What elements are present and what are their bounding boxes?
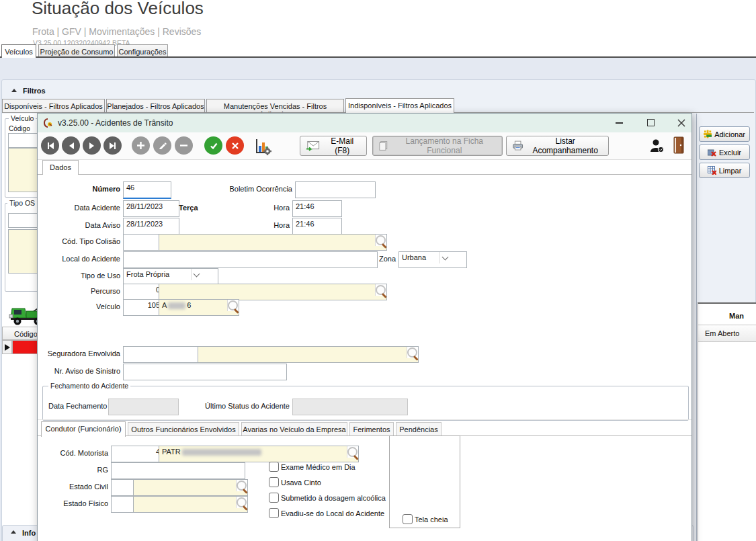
redacted-plate	[168, 302, 185, 309]
tipo-uso-chevron-icon[interactable]	[191, 269, 202, 280]
subtab-ferimentos[interactable]: Ferimentos	[349, 422, 394, 436]
listar-acompanhamento-button[interactable]: Listar Acompanhamento	[506, 136, 609, 156]
close-button[interactable]	[670, 115, 693, 130]
data-aviso-input[interactable]: 28/11/2023	[123, 218, 179, 235]
hora-aviso-input[interactable]: 21:46	[292, 218, 342, 235]
estado-civil-combo[interactable]	[133, 479, 248, 496]
zona-chevron-icon[interactable]	[439, 252, 451, 263]
clear-button[interactable]: Limpar	[699, 163, 750, 178]
close-icon	[677, 119, 685, 127]
tipo-colisao-search-icon[interactable]	[376, 235, 386, 245]
local-input[interactable]	[123, 251, 378, 268]
dosagem-alcoolica-checkbox[interactable]	[269, 493, 279, 503]
info-header[interactable]: Info	[22, 528, 36, 538]
filter-tab-indisponiveis[interactable]: Indisponíveis - Filtros Aplicados	[345, 98, 454, 114]
vehicle-listbox[interactable]	[8, 148, 39, 192]
filter-tab-manutencoes[interactable]: Manutenções Vencidas - Filtros Aplicados	[206, 99, 344, 113]
clear-icon	[708, 166, 716, 175]
rg-input[interactable]	[111, 462, 245, 479]
nav-next-button[interactable]	[83, 136, 101, 155]
tipo-colisao-code-input[interactable]	[123, 234, 163, 251]
cancel-button[interactable]	[226, 136, 244, 155]
user-permissions-button[interactable]	[649, 138, 665, 154]
nav-previous-button[interactable]	[62, 136, 80, 155]
veiculo-plate-suffix: 6	[187, 301, 191, 309]
percurso-label: Percurso	[38, 286, 120, 296]
estado-fisico-search-icon[interactable]	[237, 497, 247, 507]
motorista-code-input[interactable]: 4	[111, 446, 163, 462]
evadiu-se-checkbox[interactable]	[269, 508, 279, 518]
tab-configuracoes[interactable]: Configurações	[117, 44, 168, 56]
percurso-code-input[interactable]: 0	[123, 284, 163, 300]
door-icon	[673, 136, 685, 154]
record-remove-button[interactable]	[175, 136, 193, 155]
tab-dados[interactable]: Dados	[42, 160, 79, 175]
collapse-filters-icon[interactable]	[11, 89, 17, 92]
em-aberto-header-label[interactable]: Em Aberto	[705, 329, 739, 338]
subtab-outros-funcionarios[interactable]: Outros Funcionários Envolvidos	[128, 422, 239, 436]
seguradora-code-input[interactable]	[123, 346, 202, 363]
estado-civil-search-icon[interactable]	[237, 481, 247, 491]
email-button[interactable]: E-Mail (F8)	[300, 136, 367, 156]
chart-options-button[interactable]	[254, 138, 271, 155]
seguradora-combo[interactable]	[198, 346, 419, 363]
filter-tab-planejados[interactable]: Planejados - Filtros Aplicados	[106, 99, 205, 113]
data-acidente-label: Data Acidente	[38, 203, 120, 212]
zona-combo[interactable]: Urbana	[398, 251, 467, 268]
fechamento-legend: Fechamento do Acidente	[48, 382, 130, 390]
collapse-info-icon[interactable]	[11, 530, 16, 534]
veiculo-plate-prefix: A	[162, 301, 167, 309]
motorista-combo[interactable]: PATR	[159, 446, 359, 462]
nav-last-button[interactable]	[103, 136, 122, 155]
boletim-input[interactable]	[295, 181, 376, 198]
app-icon	[43, 118, 54, 128]
record-edit-button[interactable]	[153, 136, 171, 155]
hora-acidente-input[interactable]: 21:46	[292, 200, 342, 217]
veiculo-code-input[interactable]: 105	[123, 299, 163, 316]
tipo-colisao-combo[interactable]	[159, 234, 387, 251]
maximize-button[interactable]	[639, 115, 662, 130]
right-grid-column-header[interactable]: Em Aberto	[698, 325, 756, 342]
subtab-pendencias[interactable]: Pendências	[396, 422, 442, 436]
sinistro-input[interactable]	[123, 364, 287, 380]
dados-strip-line	[38, 174, 691, 175]
motorista-search-icon[interactable]	[347, 447, 358, 457]
email-icon	[306, 140, 320, 151]
estado-fisico-combo[interactable]	[133, 496, 248, 513]
exit-button[interactable]	[673, 136, 685, 154]
add-icon	[704, 130, 712, 138]
tipo-uso-combo[interactable]: Frota Própria	[123, 268, 218, 285]
veiculo-combo[interactable]: A6	[159, 299, 239, 316]
left-grid-code-header[interactable]: Código	[14, 329, 38, 339]
filter-tab-disponiveis[interactable]: Disponíveis - Filtros Aplicados	[2, 99, 105, 113]
add-button[interactable]: Adicionar	[699, 126, 750, 142]
bar-chart-gear-icon	[254, 138, 271, 155]
os-type-listbox[interactable]	[8, 229, 39, 274]
seguradora-search-icon[interactable]	[407, 347, 417, 358]
percurso-combo[interactable]	[159, 284, 387, 300]
usava-cinto-checkbox[interactable]	[269, 477, 279, 487]
left-grid-header[interactable]: Código	[2, 327, 42, 340]
numero-input[interactable]: 46	[123, 181, 171, 199]
os-type-groupbox-legend: Tipo OS	[7, 199, 37, 207]
tela-cheia-checkbox[interactable]	[403, 514, 413, 524]
subtab-condutor[interactable]: Condutor (Funcionário)	[41, 421, 126, 437]
filters-header[interactable]: Filtros	[23, 86, 46, 95]
veiculo-search-icon[interactable]	[228, 300, 238, 310]
exame-medico-checkbox[interactable]	[269, 462, 279, 472]
tab-projecao-consumo[interactable]: Projeção de Consumo	[38, 44, 115, 56]
tab-veiculos[interactable]: Veículos	[1, 44, 36, 58]
breadcrumb: Frota | GFV | Movimentações | Revisões	[32, 27, 201, 36]
pencil-icon	[158, 141, 167, 150]
percurso-search-icon[interactable]	[376, 285, 386, 295]
subtab-avarias[interactable]: Avarias no Veículo da Empresa	[241, 422, 347, 436]
delete-button[interactable]: Excluir	[699, 144, 750, 160]
pages-icon	[378, 140, 388, 151]
confirm-button[interactable]	[204, 136, 222, 155]
record-add-button[interactable]	[132, 136, 150, 155]
nav-first-button[interactable]	[41, 136, 59, 155]
ficha-funcional-button[interactable]: Lançamento na Ficha Funcional	[372, 136, 503, 156]
minimize-button[interactable]	[607, 115, 630, 130]
data-acidente-input[interactable]: 28/11/2023	[123, 200, 179, 217]
estado-fisico-label: Estado Físico	[38, 499, 108, 508]
